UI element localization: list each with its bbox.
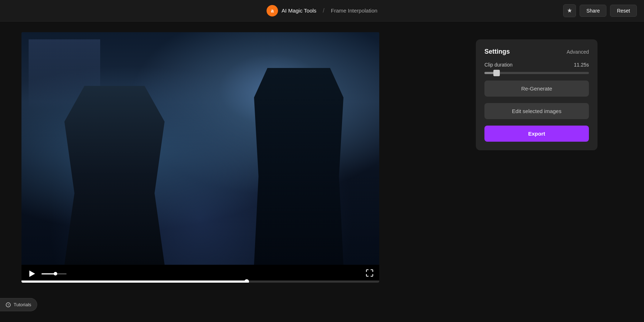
volume-area — [42, 273, 67, 274]
tutorials-tab[interactable]: ? Tutorials — [0, 298, 37, 311]
breadcrumb-separator: / — [323, 8, 324, 14]
svg-text:?: ? — [7, 303, 9, 307]
clip-duration-label: Clip duration — [484, 62, 513, 68]
volume-fill — [42, 273, 55, 274]
settings-header: Settings Advanced — [484, 48, 589, 55]
progress-bar[interactable] — [21, 280, 379, 283]
duration-slider[interactable] — [484, 72, 589, 74]
video-frame[interactable] — [21, 32, 379, 265]
header: a AI Magic Tools / Frame Interpolation S… — [0, 0, 644, 21]
video-controls — [21, 265, 379, 283]
main-content: Settings Advanced Clip duration 11.25s R… — [0, 21, 644, 322]
fullscreen-button[interactable] — [366, 269, 374, 279]
progress-thumb — [244, 279, 249, 283]
clip-duration-row: Clip duration 11.25s — [484, 62, 589, 68]
tutorials-label: Tutorials — [14, 302, 31, 307]
settings-title: Settings — [484, 48, 510, 55]
share-button[interactable]: Share — [580, 5, 606, 17]
progress-fill — [21, 280, 247, 283]
brand-name: AI Magic Tools — [282, 8, 316, 14]
header-actions: Share Reset — [563, 4, 637, 17]
volume-thumb — [54, 272, 57, 275]
clip-duration-value: 11.25s — [574, 62, 589, 68]
plugin-icon-button[interactable] — [563, 4, 576, 17]
person-silhouette-right — [254, 68, 343, 265]
person-silhouette-left — [64, 86, 165, 265]
page-title: Frame Interpolation — [331, 8, 377, 14]
video-scene — [21, 32, 379, 265]
volume-slider[interactable] — [42, 273, 67, 274]
logo-avatar: a — [267, 5, 278, 16]
tutorials-icon: ? — [6, 302, 11, 307]
play-icon — [29, 270, 35, 277]
duration-slider-thumb — [493, 70, 500, 76]
settings-panel: Settings Advanced Clip duration 11.25s R… — [476, 39, 597, 150]
advanced-link[interactable]: Advanced — [567, 49, 589, 55]
video-container — [21, 32, 379, 283]
export-button[interactable]: Export — [484, 126, 589, 142]
regenerate-button[interactable]: Re-Generate — [484, 80, 589, 97]
logo-area: a AI Magic Tools / Frame Interpolation — [267, 5, 377, 16]
duration-slider-fill — [484, 72, 497, 74]
play-button[interactable] — [27, 269, 37, 279]
clip-duration-section: Clip duration 11.25s — [484, 62, 589, 74]
reset-button[interactable]: Reset — [610, 5, 637, 17]
edit-images-button[interactable]: Edit selected images — [484, 103, 589, 119]
